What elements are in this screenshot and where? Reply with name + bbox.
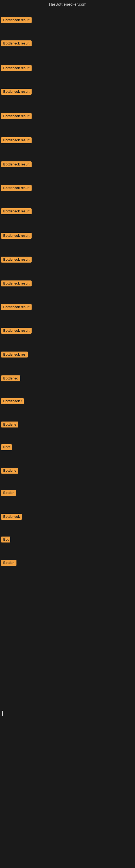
list-item: Bottleneck result — [0, 87, 33, 97]
list-item: Bottleneck result — [0, 303, 33, 313]
list-item: Bottleneck result — [0, 231, 33, 241]
list-item: Bottler — [0, 488, 17, 499]
bottleneck-badge[interactable]: Bottlen — [1, 560, 16, 566]
bottleneck-badge[interactable]: Bottlene — [1, 468, 18, 474]
list-item: Bot — [0, 535, 11, 545]
bottleneck-badge[interactable]: Bottleneck result — [1, 208, 32, 214]
bottleneck-badge[interactable]: Bot — [1, 536, 10, 542]
list-item: Bottleneck — [0, 512, 23, 522]
items-container — [0, 8, 135, 10]
bottleneck-badge[interactable]: Bottleneck result — [1, 185, 32, 191]
list-item: Bottleneck result — [0, 63, 33, 74]
bottleneck-badge[interactable]: Bottleneck result — [1, 40, 32, 46]
list-item: Bottleneck result — [0, 135, 33, 146]
site-header: TheBottlenecker.com — [0, 0, 135, 8]
list-item: Bottleneck result — [0, 207, 33, 217]
bottleneck-badge[interactable]: Bottleneck result — [1, 161, 32, 167]
bottleneck-badge[interactable]: Bottleneck result — [1, 280, 32, 286]
bottleneck-badge[interactable]: Bott — [1, 444, 12, 450]
bottleneck-badge[interactable]: Bottleneck r — [1, 398, 24, 404]
bottleneck-badge[interactable]: Bottleneck result — [1, 89, 32, 95]
list-item: Bottlenec — [0, 374, 21, 384]
cursor — [2, 711, 3, 716]
bottleneck-badge[interactable]: Bottleneck res — [1, 351, 28, 358]
bottleneck-badge[interactable]: Bottlene — [1, 422, 18, 428]
list-item: Bottleneck result — [0, 183, 33, 194]
bottleneck-badge[interactable]: Bottleneck result — [1, 257, 32, 262]
list-item: Bottleneck result — [0, 160, 33, 170]
bottleneck-badge[interactable]: Bottleneck — [1, 514, 22, 520]
list-item: Bottlene — [0, 466, 19, 476]
bottleneck-badge[interactable]: Bottleneck result — [1, 65, 32, 71]
list-item: Bott — [0, 443, 13, 453]
list-item: Bottleneck result — [0, 39, 33, 49]
list-item: Bottleneck result — [0, 279, 33, 289]
list-item: Bottleneck r — [0, 397, 25, 407]
bottleneck-badge[interactable]: Bottleneck result — [1, 17, 32, 23]
list-item: Bottleneck result — [0, 16, 33, 26]
list-item: Bottleneck res — [0, 350, 29, 360]
list-item: Bottlene — [0, 420, 19, 430]
list-item: Bottlen — [0, 558, 17, 568]
bottleneck-badge[interactable]: Bottleneck result — [1, 304, 32, 310]
bottleneck-badge[interactable]: Bottleneck result — [1, 233, 32, 239]
bottleneck-badge[interactable]: Bottleneck result — [1, 113, 32, 119]
bottleneck-badge[interactable]: Bottleneck result — [1, 328, 32, 334]
list-item: Bottleneck result — [0, 112, 33, 122]
bottleneck-badge[interactable]: Bottleneck result — [1, 137, 32, 143]
site-title: TheBottlenecker.com — [0, 0, 135, 8]
bottleneck-badge[interactable]: Bottler — [1, 490, 16, 496]
list-item: Bottleneck result — [0, 255, 33, 265]
bottleneck-badge[interactable]: Bottlenec — [1, 375, 20, 381]
list-item: Bottleneck result — [0, 326, 33, 336]
